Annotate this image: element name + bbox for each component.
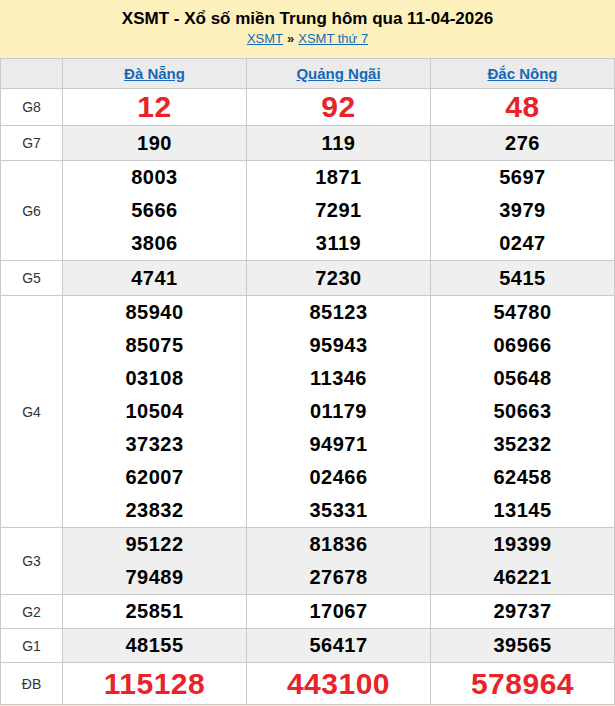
prize-cell-g5-col2: 7230 bbox=[247, 261, 431, 296]
prize-row-db: ĐB115128443100578964 bbox=[1, 663, 615, 705]
prize-number: 8003 bbox=[63, 161, 246, 194]
prize-label-g1: G1 bbox=[1, 629, 63, 663]
table-corner-cell bbox=[1, 59, 63, 89]
prize-cell-g8-col1: 12 bbox=[63, 89, 247, 126]
province-link-1[interactable]: Đà Nẵng bbox=[124, 65, 185, 82]
prize-number: 3806 bbox=[63, 227, 246, 260]
prize-label-db: ĐB bbox=[1, 663, 63, 705]
prize-label-g6: G6 bbox=[1, 161, 63, 261]
prize-number: 7230 bbox=[247, 261, 430, 295]
prize-row-g1: G1481555641739565 bbox=[1, 629, 615, 663]
prize-cell-g2-col1: 25851 bbox=[63, 595, 247, 629]
prize-number: 19399 bbox=[431, 528, 614, 561]
prize-number: 35331 bbox=[247, 494, 430, 527]
prize-number: 29737 bbox=[431, 595, 614, 628]
prize-number: 5666 bbox=[63, 194, 246, 227]
results-table: Đà NẵngQuảng NgãiĐắc Nông G8129248G71901… bbox=[0, 58, 615, 705]
prize-number: 03108 bbox=[63, 362, 246, 395]
prize-number: 3979 bbox=[431, 194, 614, 227]
prize-number: 5415 bbox=[431, 261, 614, 295]
province-link-3[interactable]: Đắc Nông bbox=[487, 65, 557, 82]
prize-cell-g6-col1: 800356663806 bbox=[63, 161, 247, 261]
prize-number: 119 bbox=[247, 126, 430, 160]
prize-number: 81836 bbox=[247, 528, 430, 561]
prize-cell-g5-col3: 5415 bbox=[431, 261, 615, 296]
results-table-body: G8129248G7190119276G68003566638061871729… bbox=[1, 89, 615, 705]
prize-number: 62458 bbox=[431, 461, 614, 494]
page-header: XSMT - Xổ số miền Trung hôm qua 11-04-20… bbox=[0, 0, 615, 58]
prize-number: 25851 bbox=[63, 595, 246, 628]
prize-cell-g3-col2: 8183627678 bbox=[247, 528, 431, 595]
breadcrumb: XSMT»XSMT thứ 7 bbox=[0, 31, 615, 46]
prize-number: 190 bbox=[63, 126, 246, 160]
prize-number: 92 bbox=[247, 89, 430, 125]
prize-number: 443100 bbox=[247, 663, 430, 704]
prize-label-g5: G5 bbox=[1, 261, 63, 296]
prize-cell-g1-col2: 56417 bbox=[247, 629, 431, 663]
prize-number: 94971 bbox=[247, 428, 430, 461]
prize-number: 06966 bbox=[431, 329, 614, 362]
prize-number: 39565 bbox=[431, 629, 614, 662]
prize-cell-db-col3: 578964 bbox=[431, 663, 615, 705]
province-link-2[interactable]: Quảng Ngãi bbox=[296, 65, 380, 82]
prize-label-g8: G8 bbox=[1, 89, 63, 126]
prize-cell-g4-col2: 85123959431134601179949710246635331 bbox=[247, 296, 431, 528]
prize-number: 48155 bbox=[63, 629, 246, 662]
prize-number: 85123 bbox=[247, 296, 430, 329]
page: { "header": { "title": "XSMT - Xổ số miề… bbox=[0, 0, 615, 706]
breadcrumb-link-xsmt-thu-7[interactable]: XSMT thứ 7 bbox=[298, 31, 368, 46]
prize-row-g5: G5474172305415 bbox=[1, 261, 615, 296]
prize-number: 10504 bbox=[63, 395, 246, 428]
prize-cell-g1-col3: 39565 bbox=[431, 629, 615, 663]
prize-number: 115128 bbox=[63, 663, 246, 704]
prize-cell-g4-col3: 54780069660564850663352326245813145 bbox=[431, 296, 615, 528]
prize-cell-db-col1: 115128 bbox=[63, 663, 247, 705]
prize-cell-g1-col1: 48155 bbox=[63, 629, 247, 663]
prize-number: 85075 bbox=[63, 329, 246, 362]
prize-number: 3119 bbox=[247, 227, 430, 260]
prize-number: 62007 bbox=[63, 461, 246, 494]
page-title: XSMT - Xổ số miền Trung hôm qua 11-04-20… bbox=[0, 9, 615, 29]
column-header-3: Đắc Nông bbox=[431, 59, 615, 89]
prize-number: 01179 bbox=[247, 395, 430, 428]
prize-number: 48 bbox=[431, 89, 614, 125]
prize-number: 7291 bbox=[247, 194, 430, 227]
prize-number: 79489 bbox=[63, 561, 246, 594]
prize-row-g8: G8129248 bbox=[1, 89, 615, 126]
prize-number: 11346 bbox=[247, 362, 430, 395]
breadcrumb-link-xsmt[interactable]: XSMT bbox=[247, 31, 283, 46]
prize-number: 276 bbox=[431, 126, 614, 160]
prize-number: 35232 bbox=[431, 428, 614, 461]
prize-number: 50663 bbox=[431, 395, 614, 428]
prize-cell-g7-col3: 276 bbox=[431, 126, 615, 161]
prize-cell-g3-col3: 1939946221 bbox=[431, 528, 615, 595]
prize-cell-g7-col2: 119 bbox=[247, 126, 431, 161]
prize-number: 13145 bbox=[431, 494, 614, 527]
prize-number: 12 bbox=[63, 89, 246, 125]
prize-cell-g6-col2: 187172913119 bbox=[247, 161, 431, 261]
prize-label-g7: G7 bbox=[1, 126, 63, 161]
column-header-1: Đà Nẵng bbox=[63, 59, 247, 89]
prize-cell-db-col2: 443100 bbox=[247, 663, 431, 705]
prize-number: 1871 bbox=[247, 161, 430, 194]
prize-number: 578964 bbox=[431, 663, 614, 704]
prize-number: 56417 bbox=[247, 629, 430, 662]
prize-row-g3: G3951227948981836276781939946221 bbox=[1, 528, 615, 595]
prize-row-g7: G7190119276 bbox=[1, 126, 615, 161]
prize-number: 95943 bbox=[247, 329, 430, 362]
prize-row-g2: G2258511706729737 bbox=[1, 595, 615, 629]
prize-number: 17067 bbox=[247, 595, 430, 628]
prize-cell-g4-col1: 85940850750310810504373236200723832 bbox=[63, 296, 247, 528]
prize-cell-g8-col2: 92 bbox=[247, 89, 431, 126]
prize-number: 02466 bbox=[247, 461, 430, 494]
prize-number: 54780 bbox=[431, 296, 614, 329]
prize-number: 0247 bbox=[431, 227, 614, 260]
prize-label-g3: G3 bbox=[1, 528, 63, 595]
prize-cell-g3-col1: 9512279489 bbox=[63, 528, 247, 595]
prize-number: 95122 bbox=[63, 528, 246, 561]
prize-number: 27678 bbox=[247, 561, 430, 594]
prize-row-g6: G6800356663806187172913119569739790247 bbox=[1, 161, 615, 261]
prize-number: 5697 bbox=[431, 161, 614, 194]
prize-cell-g8-col3: 48 bbox=[431, 89, 615, 126]
prize-number: 05648 bbox=[431, 362, 614, 395]
